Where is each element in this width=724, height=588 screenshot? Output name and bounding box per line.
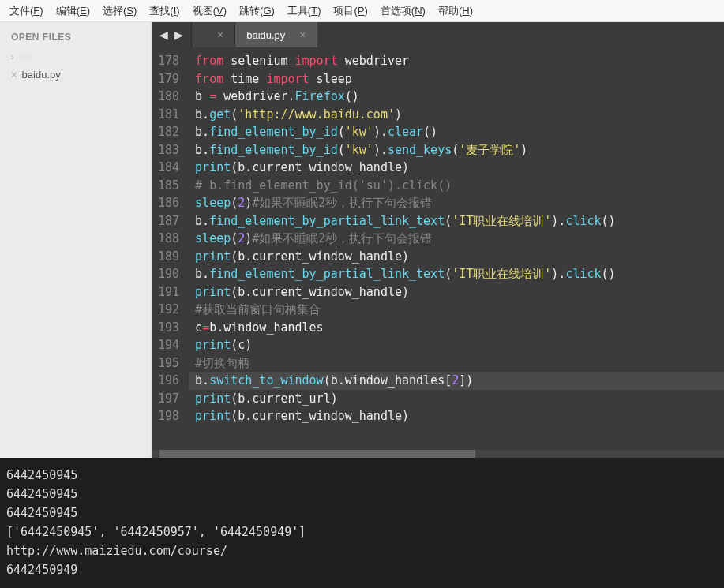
close-icon[interactable]: × <box>11 69 17 81</box>
line-number: 188 <box>158 230 179 248</box>
code-line[interactable]: print(b.current_window_handle) <box>189 283 724 301</box>
line-number: 187 <box>158 212 179 230</box>
line-number: 189 <box>158 248 179 266</box>
line-number: 198 <box>158 407 179 425</box>
code-line[interactable]: from time import sleep <box>189 70 724 88</box>
line-number: 193 <box>158 319 179 337</box>
menu-item[interactable]: 跳转(G) <box>233 1 281 21</box>
open-files-header: OPEN FILES <box>0 22 151 47</box>
menu-item[interactable]: 视图(V) <box>186 1 233 21</box>
line-number: 180 <box>158 88 179 106</box>
h-scrollbar[interactable] <box>152 450 724 458</box>
code-line[interactable]: print(c) <box>189 336 724 354</box>
menu-item[interactable]: 项目(P) <box>327 1 373 21</box>
close-icon[interactable]: × <box>217 28 223 41</box>
code-line[interactable]: b = webdriver.Firefox() <box>189 88 724 106</box>
code-line[interactable]: b.find_element_by_id('kw').send_keys('麦子… <box>189 141 724 159</box>
nav-buttons: ◀ ▶ <box>152 22 191 47</box>
line-number: 184 <box>158 159 179 177</box>
tab-active[interactable]: baidu.py × <box>234 22 317 47</box>
code-line[interactable]: sleep(2)#如果不睡眠2秒，执行下句会报错 <box>189 230 724 248</box>
file-label: baidu.py <box>22 69 61 81</box>
menu-item[interactable]: 查找(I) <box>143 1 186 21</box>
code-line[interactable]: sleep(2)#如果不睡眠2秒，执行下句会报错 <box>189 194 724 212</box>
chevron-right-icon: › <box>11 52 14 62</box>
line-number: 197 <box>158 390 179 408</box>
line-number: 190 <box>158 265 179 283</box>
file-item-baidu[interactable]: × baidu.py <box>0 66 151 84</box>
tab-inactive[interactable]: × <box>191 22 234 47</box>
code-line[interactable]: from selenium import webdriver <box>189 52 724 70</box>
code-line[interactable]: print(b.current_window_handle) <box>189 407 724 425</box>
code-line[interactable]: print(b.current_window_handle) <box>189 248 724 266</box>
code-line[interactable]: b.find_element_by_partial_link_text('IT职… <box>189 212 724 230</box>
scrollbar-thumb[interactable] <box>159 450 475 458</box>
file-label: — <box>19 51 29 62</box>
code-line[interactable]: b.find_element_by_partial_link_text('IT职… <box>189 265 724 283</box>
code-content[interactable]: from selenium import webdriverfrom time … <box>189 47 724 450</box>
sidebar: OPEN FILES › — × baidu.py <box>0 22 152 458</box>
output-console[interactable]: 6442450945 6442450945 6442450945 ['64424… <box>0 458 724 588</box>
code-line[interactable]: #获取当前窗口句柄集合 <box>189 301 724 319</box>
code-line[interactable]: c=b.window_handles <box>189 319 724 337</box>
code-line[interactable]: # b.find_element_by_id('su').click() <box>189 177 724 195</box>
code-line[interactable]: b.switch_to_window(b.window_handles[2]) <box>189 372 724 390</box>
menu-item[interactable]: 文件(F) <box>3 1 50 21</box>
line-number: 181 <box>158 106 179 124</box>
line-number: 183 <box>158 141 179 159</box>
code-editor[interactable]: 1781791801811821831841851861871881891901… <box>152 47 724 450</box>
line-number: 178 <box>158 52 179 70</box>
main-area: OPEN FILES › — × baidu.py ◀ ▶ × baidu.py… <box>0 22 724 458</box>
tabbar: ◀ ▶ × baidu.py × <box>152 22 724 47</box>
code-line[interactable]: print(b.current_url) <box>189 390 724 408</box>
line-number: 196 <box>158 372 179 390</box>
line-number: 186 <box>158 194 179 212</box>
code-line[interactable]: print(b.current_window_handle) <box>189 159 724 177</box>
nav-forward-icon[interactable]: ▶ <box>174 28 183 41</box>
line-gutter: 1781791801811821831841851861871881891901… <box>152 47 189 450</box>
line-number: 182 <box>158 123 179 141</box>
tab-label: baidu.py <box>246 29 285 41</box>
line-number: 179 <box>158 70 179 88</box>
file-item-blurred[interactable]: › — <box>0 47 151 66</box>
nav-back-icon[interactable]: ◀ <box>159 28 168 41</box>
line-number: 191 <box>158 283 179 301</box>
line-number: 194 <box>158 336 179 354</box>
code-line[interactable]: b.find_element_by_id('kw').clear() <box>189 123 724 141</box>
close-icon[interactable]: × <box>299 28 306 41</box>
menubar: 文件(F)编辑(E)选择(S)查找(I)视图(V)跳转(G)工具(T)项目(P)… <box>0 0 724 22</box>
line-number: 195 <box>158 354 179 373</box>
code-line[interactable]: #切换句柄 <box>189 354 724 373</box>
editor-area: ◀ ▶ × baidu.py × 17817918018118218318418… <box>152 22 724 458</box>
menu-item[interactable]: 编辑(E) <box>50 1 96 21</box>
menu-item[interactable]: 选择(S) <box>96 1 143 21</box>
line-number: 192 <box>158 301 179 319</box>
line-number: 185 <box>158 177 179 195</box>
code-line[interactable]: b.get('http://www.baidu.com') <box>189 106 724 124</box>
menu-item[interactable]: 工具(T) <box>281 1 328 21</box>
menu-item[interactable]: 首选项(N) <box>374 1 432 21</box>
menu-item[interactable]: 帮助(H) <box>432 1 479 21</box>
